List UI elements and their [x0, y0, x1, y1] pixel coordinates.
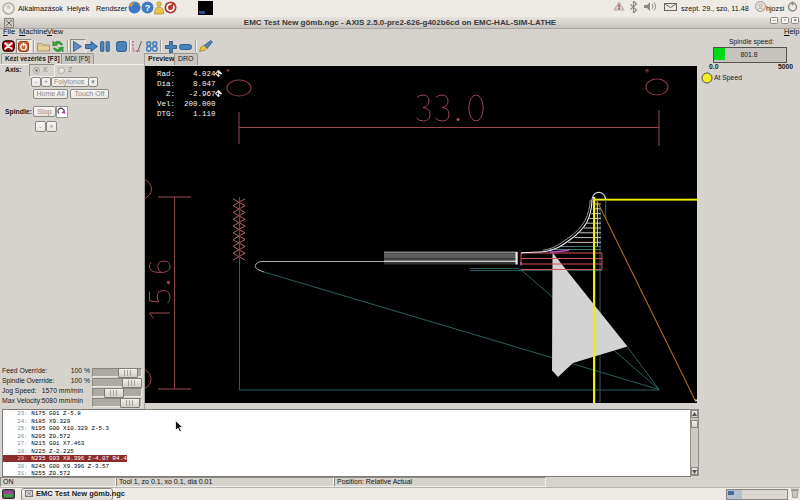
svg-text:Rad: 4.024: Rad: 4.024	[157, 70, 216, 78]
svg-text:?: ?	[145, 3, 151, 13]
svg-text:DTG: 1.110: DTG: 1.110	[157, 110, 216, 118]
svg-text:Z: -2.967: Z: -2.967	[157, 90, 216, 98]
svg-text:Dia: 8.047: Dia: 8.047	[157, 80, 216, 88]
svg-text:Vel: 200.000: Vel: 200.000	[157, 100, 216, 108]
